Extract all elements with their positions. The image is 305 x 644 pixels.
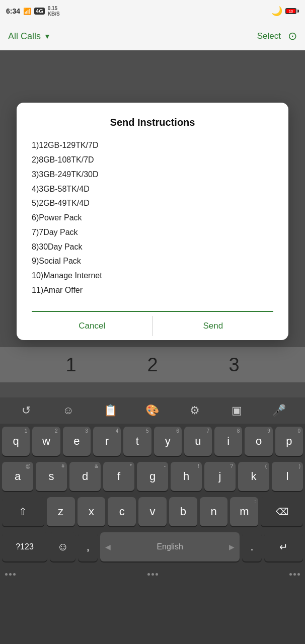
space-label: English: [157, 542, 183, 551]
app-bar: All Calls ▼ Select ⊙: [0, 22, 305, 50]
list-item: 1)12GB-129TK/7D: [32, 138, 273, 153]
list-item: 7)7Day Pack: [32, 225, 273, 240]
keyboard-row-2: a@ s# d& f* g- h! j? k( l): [0, 459, 305, 494]
nav-dot: [289, 573, 292, 576]
battery-body: [285, 8, 296, 14]
key-y[interactable]: y6: [154, 427, 182, 456]
dialog-title: Send Instructions: [32, 117, 273, 128]
backspace-key[interactable]: ⌫: [261, 497, 303, 526]
key-r[interactable]: r4: [93, 427, 121, 456]
data-icon: 4G: [34, 8, 45, 15]
key-i[interactable]: i8: [214, 427, 242, 456]
list-item: 4)3GB-58TK/4D: [32, 182, 273, 197]
send-button[interactable]: Send: [153, 313, 274, 339]
emoji-key[interactable]: ☺: [50, 532, 75, 561]
key-o[interactable]: o9: [245, 427, 272, 456]
news-icon[interactable]: ▣: [225, 399, 248, 422]
keyboard-row-3: ⇧ z x c v b n m: ⌫: [0, 494, 305, 529]
key-u[interactable]: u7: [184, 427, 212, 456]
list-item: 5)2GB-49TK/4D: [32, 196, 273, 211]
key-c[interactable]: c: [108, 497, 136, 526]
key-h[interactable]: h!: [171, 462, 202, 491]
keyboard-toolbar: ↺ ☺ 📋 🎨 ⚙ ▣ 🎤: [0, 397, 305, 424]
time-display: 6:34: [6, 7, 20, 15]
status-left: 6:34 📶 4G 0.15KB/S: [6, 6, 60, 17]
row1-container: q1 w2 e3 r4 t5 y6 u7 i8 o9 p0: [0, 424, 305, 459]
select-button[interactable]: Select: [257, 31, 281, 41]
key-s[interactable]: s#: [36, 462, 67, 491]
all-calls-menu[interactable]: All Calls ▼: [8, 31, 51, 42]
right-nav-dots: [284, 573, 305, 576]
key-d[interactable]: d&: [69, 462, 101, 491]
symbols-key[interactable]: ?123: [2, 532, 47, 561]
enter-key[interactable]: ↵: [264, 532, 303, 561]
emoji-toolbar-icon[interactable]: ☺: [57, 399, 80, 422]
list-item: 8)30Day Pack: [32, 240, 273, 255]
cancel-button[interactable]: Cancel: [32, 313, 152, 339]
dialog-actions: Cancel Send: [32, 312, 273, 340]
keyboard-row-4: ?123 ☺ , ◀ English ▶ . ↵: [0, 529, 305, 565]
key-t[interactable]: t5: [123, 427, 151, 456]
key-n[interactable]: n: [200, 497, 228, 526]
keyboard-bottom-bar: [0, 565, 305, 584]
nav-dot: [147, 573, 150, 576]
mic-icon[interactable]: 🎤: [268, 399, 290, 422]
key-m[interactable]: m:: [230, 497, 258, 526]
paint-icon[interactable]: 🎨: [141, 399, 164, 422]
key-e[interactable]: e3: [63, 427, 91, 456]
key-p[interactable]: p0: [275, 427, 303, 456]
key-l[interactable]: l): [272, 462, 303, 491]
list-item: 3)3GB-249TK/30D: [32, 168, 273, 182]
status-right: 🌙: [271, 6, 299, 17]
speed-display: 0.15KB/S: [48, 6, 60, 17]
send-instructions-dialog: Send Instructions 1)12GB-129TK/7D 2)8GB-…: [17, 103, 288, 340]
comma-key[interactable]: ,: [78, 532, 98, 561]
moon-icon: 🌙: [271, 6, 282, 17]
keyboard-row-1: q1 w2 e3 r4 t5 y6 u7 i8 o9 p0: [0, 424, 305, 459]
status-bar: 6:34 📶 4G 0.15KB/S 🌙: [0, 0, 305, 22]
clipboard-icon[interactable]: 📋: [99, 399, 121, 422]
shift-key[interactable]: ⇧: [2, 497, 44, 526]
nav-dot: [156, 573, 158, 576]
key-b[interactable]: b: [169, 497, 197, 526]
list-item: 2)8GB-108TK/7D: [32, 153, 273, 168]
nav-dot: [13, 573, 16, 576]
undo-icon[interactable]: ↺: [15, 399, 37, 422]
nav-dot: [151, 573, 154, 576]
key-z[interactable]: z: [47, 497, 75, 526]
dialog-overlay: Send Instructions 1)12GB-129TK/7D 2)8GB-…: [0, 50, 305, 392]
list-item: 9)Social Pack: [32, 254, 273, 269]
left-nav-dots: [0, 573, 21, 576]
dropdown-arrow-icon: ▼: [44, 32, 51, 40]
nav-dot: [297, 573, 300, 576]
nav-dot: [5, 573, 8, 576]
battery-tip: [297, 10, 299, 13]
list-item: 11)Amar Offer: [32, 283, 273, 298]
key-j[interactable]: j?: [204, 462, 236, 491]
nav-dot: [293, 573, 296, 576]
period-key[interactable]: .: [242, 532, 262, 561]
battery-indicator: [285, 8, 299, 14]
list-item: 10)Manage Internet: [32, 269, 273, 283]
keyboard: ↺ ☺ 📋 🎨 ⚙ ▣ 🎤 q1 w2 e3 r4 t5 y6 u7 i8 o9…: [0, 397, 305, 644]
key-x[interactable]: x: [78, 497, 106, 526]
dialog-content: 1)12GB-129TK/7D 2)8GB-108TK/7D 3)3GB-249…: [32, 138, 273, 304]
signal-icon: 📶: [23, 8, 31, 15]
settings-icon[interactable]: ⚙: [184, 399, 206, 422]
key-f[interactable]: f*: [103, 462, 134, 491]
key-a[interactable]: a@: [2, 462, 33, 491]
key-w[interactable]: w2: [32, 427, 60, 456]
key-g[interactable]: g-: [137, 462, 168, 491]
app-bar-actions: Select ⊙: [257, 30, 297, 43]
list-item: 6)Power Pack: [32, 211, 273, 225]
qr-icon[interactable]: ⊙: [288, 30, 297, 43]
space-key[interactable]: ◀ English ▶: [100, 532, 240, 561]
nav-dot: [9, 573, 12, 576]
key-q[interactable]: q1: [2, 427, 30, 456]
key-k[interactable]: k(: [238, 462, 269, 491]
all-calls-label: All Calls: [8, 31, 41, 42]
center-nav-dots: [142, 573, 163, 576]
key-v[interactable]: v: [138, 497, 167, 526]
